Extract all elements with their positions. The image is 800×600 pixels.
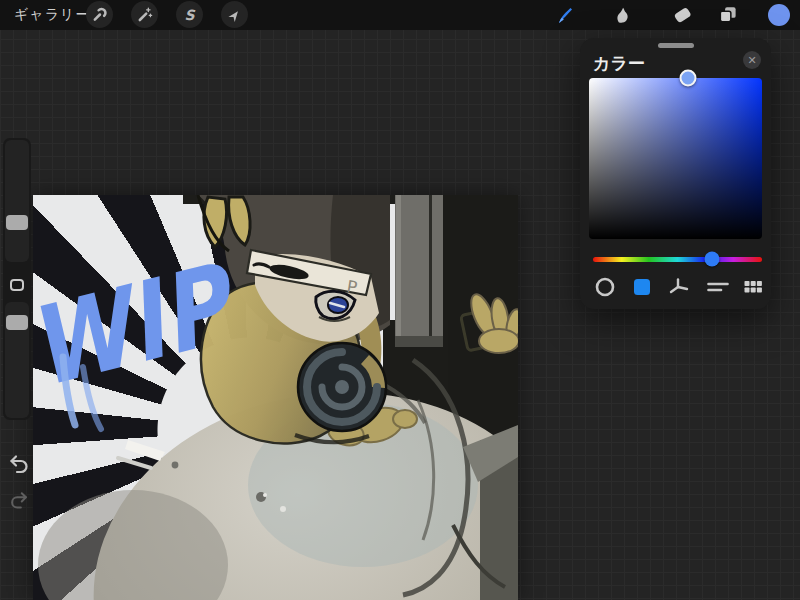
color-mode-disc[interactable] bbox=[593, 275, 617, 299]
smudge-finger-icon bbox=[612, 4, 633, 25]
layers-button[interactable] bbox=[714, 1, 741, 28]
color-swatch-button[interactable] bbox=[765, 1, 792, 28]
brush-sidebar bbox=[3, 138, 31, 420]
paint-brush-icon bbox=[554, 4, 576, 26]
active-color-swatch bbox=[768, 4, 790, 26]
smudge-tool-button[interactable] bbox=[609, 1, 636, 28]
color-mode-harmony[interactable] bbox=[667, 275, 691, 299]
color-panel-title: カラー bbox=[593, 52, 645, 75]
panel-drag-handle[interactable] bbox=[658, 43, 694, 48]
classic-mode-icon bbox=[631, 276, 653, 298]
disc-mode-icon bbox=[594, 276, 616, 298]
transform-arrow-icon bbox=[227, 7, 243, 23]
selection-icon: S bbox=[184, 7, 194, 23]
eraser-tool-button[interactable] bbox=[668, 1, 695, 28]
drawing-canvas[interactable]: P bbox=[33, 195, 518, 600]
undo-button[interactable] bbox=[7, 453, 31, 477]
selection-button[interactable]: S bbox=[176, 1, 203, 28]
brush-size-handle[interactable] bbox=[6, 215, 28, 230]
saturation-brightness-square[interactable] bbox=[589, 78, 762, 239]
redo-button[interactable] bbox=[8, 490, 32, 514]
undo-icon bbox=[7, 453, 31, 477]
transform-button[interactable] bbox=[221, 1, 248, 28]
palettes-mode-icon bbox=[742, 276, 764, 298]
painting-artwork: P bbox=[33, 195, 518, 600]
adjustments-wand-icon bbox=[136, 6, 153, 23]
gallery-button[interactable]: ギャラリー bbox=[14, 6, 90, 24]
top-toolbar: ギャラリー S bbox=[0, 0, 800, 30]
color-panel: カラー ✕ bbox=[580, 38, 771, 309]
hue-slider[interactable] bbox=[593, 257, 762, 262]
actions-wrench-icon bbox=[91, 6, 108, 23]
wall-column bbox=[395, 195, 443, 347]
brush-size-slider[interactable] bbox=[5, 140, 29, 262]
modify-button[interactable] bbox=[10, 279, 24, 291]
adjustments-button[interactable] bbox=[131, 1, 158, 28]
opacity-handle[interactable] bbox=[6, 315, 28, 330]
procreate-workspace: ギャラリー S bbox=[0, 0, 800, 600]
brush-tool-button[interactable] bbox=[551, 1, 578, 28]
color-mode-value[interactable] bbox=[706, 275, 730, 299]
layers-icon bbox=[717, 4, 738, 25]
value-mode-icon bbox=[706, 276, 730, 298]
actions-button[interactable] bbox=[86, 1, 113, 28]
eraser-icon bbox=[671, 4, 693, 26]
color-mode-classic[interactable] bbox=[630, 275, 654, 299]
hue-thumb[interactable] bbox=[705, 252, 720, 267]
close-icon[interactable]: ✕ bbox=[743, 51, 761, 69]
color-selector-dot[interactable] bbox=[680, 70, 697, 87]
color-mode-palettes[interactable] bbox=[741, 275, 765, 299]
harmony-mode-icon bbox=[668, 276, 690, 298]
redo-icon bbox=[8, 490, 30, 512]
